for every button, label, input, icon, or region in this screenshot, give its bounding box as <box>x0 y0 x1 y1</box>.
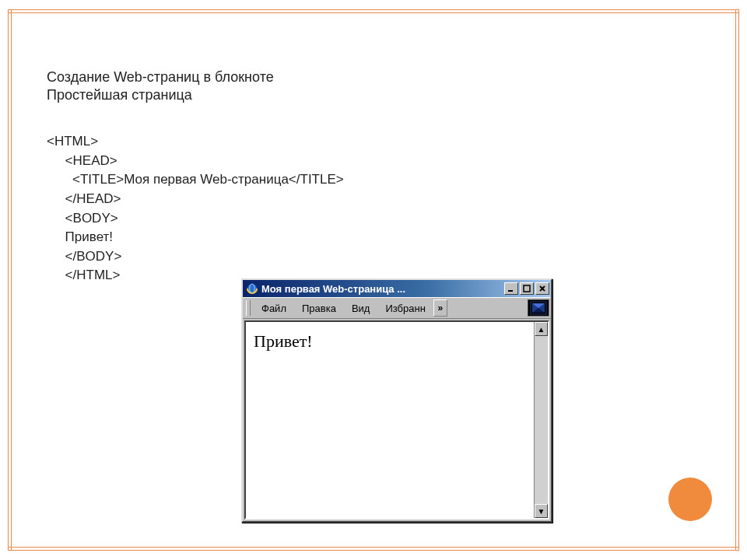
menu-view[interactable]: Вид <box>344 301 378 316</box>
frame-border <box>8 9 9 551</box>
decorative-circle-icon <box>668 478 712 521</box>
vertical-scrollbar[interactable]: ▲ ▼ <box>534 322 548 518</box>
code-line: <HTML> <box>47 134 98 149</box>
scroll-up-button[interactable]: ▲ <box>535 322 548 336</box>
window-title: Моя первая Web-страница ... <box>261 283 501 295</box>
toolbar-grip[interactable] <box>246 300 251 316</box>
page-body-text: Привет! <box>254 331 313 351</box>
maximize-button[interactable] <box>520 282 534 295</box>
code-line: </BODY> <box>47 249 121 264</box>
code-line: <HEAD> <box>47 153 117 168</box>
minimize-button[interactable] <box>504 282 518 295</box>
frame-border <box>738 9 739 551</box>
frame-border <box>8 12 739 13</box>
titlebar[interactable]: Моя первая Web-страница ... <box>243 280 551 297</box>
heading-line-1: Создание Web-страниц в блокноте <box>47 68 274 86</box>
menu-file[interactable]: Файл <box>254 301 294 316</box>
scroll-down-button[interactable]: ▼ <box>535 504 548 518</box>
frame-border <box>11 9 12 551</box>
frame-border <box>735 9 736 551</box>
internet-explorer-icon <box>246 282 258 295</box>
menu-overflow-button[interactable]: » <box>433 299 447 317</box>
content-sunken: Привет! ▲ ▼ <box>244 320 549 520</box>
close-button[interactable] <box>535 282 549 295</box>
heading-line-2: Простейшая страница <box>47 86 274 104</box>
svg-rect-3 <box>524 285 530 292</box>
svg-rect-2 <box>508 290 513 292</box>
frame-border <box>8 547 739 548</box>
browser-window: Моя первая Web-страница ... Файл Правка … <box>241 278 552 523</box>
menubar: Файл Правка Вид Избранн » <box>243 297 551 319</box>
menu-edit[interactable]: Правка <box>294 301 344 316</box>
code-line: <BODY> <box>47 211 118 226</box>
frame-border <box>8 9 739 10</box>
code-line: </HTML> <box>47 268 120 282</box>
browser-throbber-icon <box>528 299 549 317</box>
html-source-code: <HTML> <HEAD> <TITLE>Моя первая Web-стра… <box>47 132 344 285</box>
frame-border <box>8 550 739 551</box>
slide-heading: Создание Web-страниц в блокноте Простейш… <box>47 68 274 105</box>
page-content: Привет! <box>246 322 534 518</box>
code-line: </HEAD> <box>47 191 121 206</box>
code-line: <TITLE>Моя первая Web-страница</TITLE> <box>47 172 344 187</box>
menu-favorites[interactable]: Избранн <box>377 301 433 316</box>
content-wrap: Привет! ▲ ▼ <box>243 319 551 521</box>
scrollbar-track[interactable] <box>535 336 548 504</box>
code-line: Привет! <box>47 229 113 244</box>
